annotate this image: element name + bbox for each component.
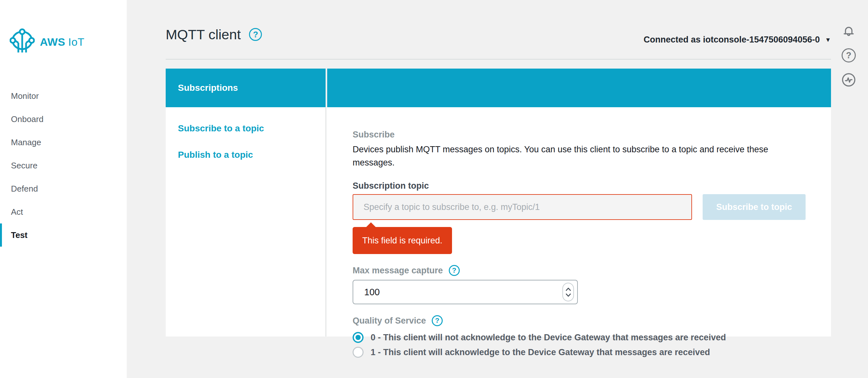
- sidebar-item-monitor[interactable]: Monitor: [0, 84, 127, 108]
- chevron-up-icon: [566, 288, 571, 291]
- utility-icon-rail: ?: [841, 23, 857, 88]
- sidebar-item-secure[interactable]: Secure: [0, 154, 127, 177]
- sidebar-item-test[interactable]: Test: [0, 224, 127, 246]
- max-message-input-wrap: [352, 280, 578, 304]
- card-header-fill: [327, 68, 831, 107]
- subscribe-description: Devices publish MQTT messages on topics.…: [352, 143, 810, 169]
- sidebar-item-manage[interactable]: Manage: [0, 131, 127, 154]
- connection-status-label: Connected as iotconsole-1547506094056-0: [644, 35, 820, 45]
- aws-iot-logo[interactable]: AWSIoT: [0, 0, 127, 55]
- title-divider: [166, 59, 831, 60]
- subscriptions-panel: Subscribe to a topic Publish to a topic: [166, 107, 326, 337]
- mqtt-client-card: Subscriptions Subscribe to a topic Publi…: [166, 68, 831, 337]
- subscribe-to-topic-button[interactable]: Subscribe to topic: [703, 194, 806, 220]
- connection-status-dropdown[interactable]: Connected as iotconsole-1547506094056-0 …: [644, 35, 831, 45]
- topic-input-row: Subscribe to topic: [352, 194, 810, 220]
- sidebar: AWSIoT Monitor Onboard Manage Secure Def…: [0, 0, 127, 378]
- tab-subscriptions[interactable]: Subscriptions: [166, 68, 326, 107]
- aws-iot-console-page: AWSIoT Monitor Onboard Manage Secure Def…: [0, 0, 868, 378]
- qos-help-icon[interactable]: ?: [432, 315, 443, 326]
- main-content: MQTT client ? Connected as iotconsole-15…: [127, 0, 868, 378]
- sidebar-item-onboard[interactable]: Onboard: [0, 108, 127, 131]
- page-title-group: MQTT client ?: [166, 26, 262, 42]
- subscribe-to-topic-link[interactable]: Subscribe to a topic: [178, 123, 326, 134]
- activity-pulse-icon[interactable]: [841, 72, 857, 88]
- aws-iot-logo-text: AWSIoT: [40, 36, 85, 48]
- notifications-bell-icon[interactable]: [841, 23, 857, 39]
- chevron-down-icon: [566, 293, 571, 297]
- qos-option-0[interactable]: 0 - This client will not acknowledge to …: [352, 332, 810, 343]
- subscription-topic-label: Subscription topic: [352, 181, 810, 191]
- qos-option-1[interactable]: 1 - This client will acknowledge to the …: [352, 347, 810, 358]
- max-message-help-icon[interactable]: ?: [449, 265, 460, 276]
- subscription-topic-input[interactable]: [352, 194, 692, 220]
- radio-button-qos-0[interactable]: [352, 332, 364, 343]
- page-title: MQTT client: [166, 26, 241, 42]
- subscribe-form-panel: Subscribe Devices publish MQTT messages …: [326, 107, 831, 337]
- max-message-label-row: Max message capture ?: [352, 265, 810, 276]
- aws-iot-logo-icon: [10, 28, 35, 55]
- sidebar-item-act[interactable]: Act: [0, 200, 127, 224]
- page-header: MQTT client ? Connected as iotconsole-15…: [166, 26, 831, 45]
- radio-button-qos-1[interactable]: [352, 347, 364, 358]
- max-message-capture-label: Max message capture: [352, 266, 443, 275]
- help-icon[interactable]: ?: [842, 48, 856, 62]
- card-header: Subscriptions: [166, 68, 831, 107]
- quality-of-service-label: Quality of Service: [352, 316, 426, 326]
- qos-option-1-label: 1 - This client will acknowledge to the …: [371, 347, 710, 357]
- quantity-stepper[interactable]: [562, 283, 574, 301]
- sidebar-item-defend[interactable]: Defend: [0, 177, 127, 200]
- subscribe-heading: Subscribe: [352, 130, 810, 140]
- max-message-capture-input[interactable]: [352, 280, 578, 304]
- field-required-error: This field is required.: [352, 227, 452, 254]
- card-body: Subscribe to a topic Publish to a topic …: [166, 107, 831, 337]
- publish-to-topic-link[interactable]: Publish to a topic: [178, 150, 326, 160]
- qos-option-0-label: 0 - This client will not acknowledge to …: [371, 332, 726, 343]
- sidebar-nav: Monitor Onboard Manage Secure Defend Act…: [0, 84, 127, 246]
- mqtt-client-help-icon[interactable]: ?: [249, 28, 262, 41]
- qos-label-row: Quality of Service ?: [352, 315, 810, 326]
- chevron-down-icon: ▼: [825, 36, 831, 43]
